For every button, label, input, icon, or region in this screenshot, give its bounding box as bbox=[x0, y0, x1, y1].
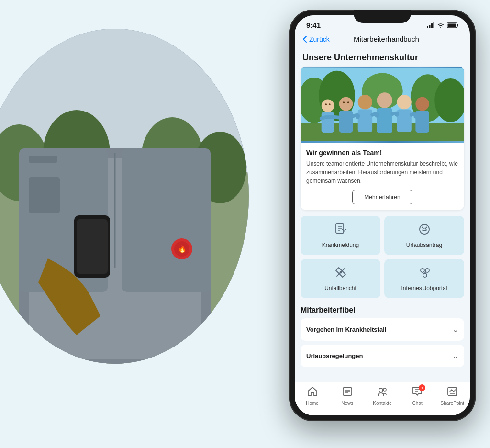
svg-point-57 bbox=[425, 269, 429, 272]
phone-mockup: 9:41 bbox=[289, 10, 480, 436]
nav-item-chat[interactable]: 1 Chat bbox=[404, 386, 431, 406]
article-content: Wir gewinnen als Team! Unsere teamorient… bbox=[301, 143, 464, 210]
svg-rect-33 bbox=[322, 112, 334, 133]
svg-rect-35 bbox=[339, 111, 353, 133]
svg-rect-41 bbox=[397, 110, 411, 133]
svg-point-52 bbox=[420, 224, 429, 234]
page-title: Mitarbeiterhandbuch bbox=[311, 35, 462, 43]
svg-point-38 bbox=[377, 92, 392, 108]
svg-rect-24 bbox=[448, 23, 456, 27]
nav-item-sharepoint[interactable]: SharePoint bbox=[439, 386, 466, 406]
battery-icon bbox=[447, 22, 458, 28]
svg-point-58 bbox=[423, 273, 427, 277]
fibel-title: Mitarbeiterfibel bbox=[301, 304, 464, 318]
svg-point-56 bbox=[421, 269, 424, 272]
back-chevron-icon bbox=[302, 35, 307, 43]
article-image bbox=[301, 67, 464, 143]
nav-label-news: News bbox=[341, 401, 353, 406]
section-title: Unsere Unternehmenskultur bbox=[295, 47, 470, 67]
urlaubsantrag-label: Urlaubsantrag bbox=[406, 242, 442, 248]
svg-point-45 bbox=[329, 103, 331, 105]
mehr-erfahren-button[interactable]: Mehr erfahren bbox=[352, 190, 412, 204]
svg-point-34 bbox=[339, 97, 353, 111]
article-text: Unsere teamorientierte Unternehmenskultu… bbox=[306, 159, 458, 185]
chat-icon: 1 bbox=[412, 386, 423, 399]
jobportal-icon bbox=[418, 266, 431, 282]
chevron-down-icon-0: ⌄ bbox=[452, 325, 458, 334]
jobportal-label: Internes Jobportal bbox=[401, 285, 447, 291]
svg-rect-18 bbox=[427, 26, 428, 28]
action-tile-urlaubsantrag[interactable]: Urlaubsantrag bbox=[384, 216, 464, 255]
svg-rect-43 bbox=[415, 111, 429, 133]
nav-item-kontakte[interactable]: Kontakte bbox=[369, 386, 395, 406]
wifi-icon bbox=[437, 22, 445, 28]
sharepoint-icon bbox=[447, 386, 457, 399]
svg-point-44 bbox=[325, 103, 327, 105]
unfallbericht-icon bbox=[334, 266, 347, 282]
chat-badge: 1 bbox=[419, 384, 425, 391]
svg-point-47 bbox=[347, 101, 349, 103]
action-tile-unfallbericht[interactable]: Unfallbericht bbox=[301, 259, 380, 298]
svg-rect-21 bbox=[434, 22, 435, 28]
svg-rect-69 bbox=[448, 387, 457, 396]
fibel-section: Mitarbeiterfibel Vorgehen im Krankheitsf… bbox=[295, 304, 470, 367]
action-tile-jobportal[interactable]: Internes Jobportal bbox=[384, 259, 464, 298]
chevron-down-icon-1: ⌄ bbox=[452, 351, 458, 360]
svg-rect-20 bbox=[431, 23, 433, 28]
home-icon bbox=[307, 386, 318, 399]
nav-label-kontakte: Kontakte bbox=[373, 401, 391, 406]
svg-rect-37 bbox=[358, 110, 372, 133]
signal-icon bbox=[427, 22, 434, 28]
svg-rect-12 bbox=[29, 177, 60, 213]
fibel-item-label-0: Vorgehen im Krankheitsfall bbox=[306, 326, 386, 333]
fibel-item-label-1: Urlaubsregelungen bbox=[306, 352, 363, 359]
content-area: Unsere Unternehmenskultur bbox=[295, 47, 470, 415]
action-tile-krankmeldung[interactable]: Krankmeldung bbox=[301, 216, 380, 255]
svg-rect-19 bbox=[429, 25, 431, 28]
svg-point-40 bbox=[397, 95, 411, 109]
team-photo-svg bbox=[301, 67, 464, 143]
svg-rect-17 bbox=[77, 219, 108, 274]
svg-point-55 bbox=[339, 271, 342, 274]
nav-item-home[interactable]: Home bbox=[299, 386, 325, 406]
quick-actions-grid: Krankmeldung bbox=[295, 216, 470, 304]
svg-text:🔥: 🔥 bbox=[178, 245, 187, 253]
phone-frame: 9:41 bbox=[289, 10, 476, 421]
nav-label-chat: Chat bbox=[412, 401, 423, 406]
urlaubsantrag-icon bbox=[418, 223, 431, 239]
svg-point-46 bbox=[343, 101, 345, 103]
status-icons bbox=[427, 22, 458, 28]
kontakte-icon bbox=[377, 386, 388, 399]
status-time: 9:41 bbox=[306, 21, 321, 29]
svg-point-42 bbox=[415, 97, 429, 111]
svg-point-54 bbox=[425, 227, 427, 228]
krankmeldung-label: Krankmeldung bbox=[322, 242, 359, 248]
svg-rect-9 bbox=[122, 148, 211, 292]
svg-point-66 bbox=[383, 388, 386, 391]
fibel-item-urlaubsregelungen[interactable]: Urlaubsregelungen ⌄ bbox=[301, 345, 464, 367]
svg-rect-39 bbox=[377, 108, 392, 133]
phone-notch bbox=[354, 10, 411, 23]
fibel-item-krankheitsfall[interactable]: Vorgehen im Krankheitsfall ⌄ bbox=[301, 318, 464, 341]
nav-item-news[interactable]: News bbox=[334, 386, 360, 406]
svg-point-36 bbox=[358, 95, 372, 109]
phone-screen: 9:41 bbox=[295, 15, 470, 415]
background-oval: 🔥 bbox=[0, 29, 249, 364]
article-card: Wir gewinnen als Team! Unsere teamorient… bbox=[301, 67, 464, 210]
article-headline: Wir gewinnen als Team! bbox=[306, 149, 458, 157]
bottom-nav: Home News bbox=[295, 382, 470, 415]
krankmeldung-icon bbox=[334, 223, 347, 239]
svg-rect-23 bbox=[457, 24, 459, 26]
svg-point-32 bbox=[322, 100, 334, 112]
svg-point-53 bbox=[422, 227, 423, 228]
svg-rect-11 bbox=[29, 156, 57, 163]
unfallbericht-label: Unfallbericht bbox=[324, 285, 356, 291]
person-photo: 🔥 bbox=[0, 29, 249, 364]
news-icon bbox=[342, 386, 353, 399]
nav-label-home: Home bbox=[306, 401, 319, 406]
svg-point-65 bbox=[379, 388, 383, 392]
nav-header: Zurück Mitarbeiterhandbuch bbox=[295, 31, 470, 47]
nav-label-sharepoint: SharePoint bbox=[441, 401, 464, 406]
